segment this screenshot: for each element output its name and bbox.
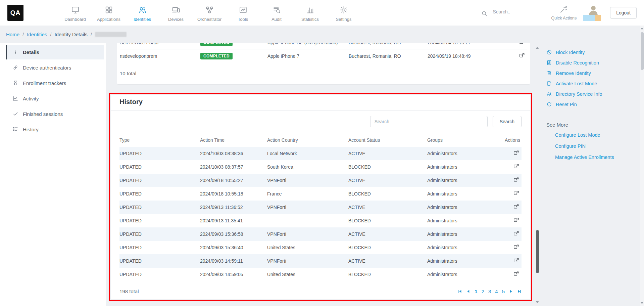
reset-pin-link[interactable]: Reset Pin bbox=[546, 101, 638, 107]
table-row: nsdeveloponprem COMPLETED Apple iPhone 7… bbox=[120, 49, 527, 63]
redacted-identity-name bbox=[95, 32, 127, 37]
table-row: UPDATED 2024/09/18 10:55:18 France BLOCK… bbox=[119, 187, 522, 201]
previous-page-button[interactable] bbox=[466, 289, 470, 294]
breadcrumb-home-link[interactable]: Home bbox=[6, 32, 19, 37]
block-identity-link[interactable]: Block Identity bbox=[546, 49, 638, 55]
scroll-up-arrow[interactable] bbox=[641, 28, 643, 30]
pagination-page[interactable]: 5 bbox=[502, 289, 505, 294]
session-location: Bucharest, Romania, RO bbox=[349, 53, 428, 59]
next-page-button[interactable] bbox=[509, 289, 513, 294]
nav-item-settings[interactable]: Settings bbox=[327, 4, 360, 22]
nav-item-audit[interactable]: Audit bbox=[260, 4, 293, 22]
row-action-button[interactable] bbox=[512, 243, 521, 252]
pagination-page[interactable]: 3 bbox=[488, 289, 491, 294]
nav-item-statistics[interactable]: Statistics bbox=[293, 4, 327, 22]
pagination-page[interactable]: 4 bbox=[495, 289, 498, 294]
history-status: BLOCKED bbox=[348, 218, 427, 223]
breadcrumb-separator: / bbox=[50, 32, 51, 37]
disable-recognition-link[interactable]: Disable Recognition bbox=[546, 60, 638, 65]
manage-active-enrollments-link[interactable]: Manage Active Enrollments bbox=[555, 155, 638, 160]
sidebar-item-details[interactable]: Details bbox=[6, 45, 104, 59]
history-search-button[interactable]: Search bbox=[493, 116, 522, 127]
history-table-header: Type Action Time Action Country Account … bbox=[119, 137, 522, 147]
nav-item-applications[interactable]: Applications bbox=[92, 4, 126, 22]
action-link-label: Block Identity bbox=[556, 50, 585, 55]
nav-item-identities[interactable]: Identities bbox=[126, 4, 159, 22]
table-row: UPDATED 2024/09/03 15:36:40 United State… bbox=[119, 241, 522, 254]
history-type: UPDATED bbox=[119, 191, 200, 196]
row-action-button[interactable] bbox=[512, 149, 521, 158]
last-page-button[interactable] bbox=[517, 289, 522, 294]
row-action-button[interactable] bbox=[512, 189, 521, 198]
row-action-button[interactable] bbox=[512, 203, 521, 212]
info-icon bbox=[12, 49, 18, 55]
activity-chart-icon bbox=[12, 95, 18, 101]
history-table-body: UPDATED 2024/10/03 08:38:36 Local Networ… bbox=[119, 147, 522, 281]
nav-item-tools[interactable]: Tools bbox=[226, 4, 260, 22]
app-logo[interactable]: QA bbox=[7, 5, 23, 21]
sidebar-item-device-authenticators[interactable]: Device authenticators bbox=[6, 60, 104, 75]
nav-label: Devices bbox=[168, 17, 184, 22]
block-icon bbox=[546, 49, 552, 55]
first-page-button[interactable] bbox=[458, 289, 462, 294]
audit-icon bbox=[273, 6, 281, 14]
row-action-button[interactable] bbox=[517, 43, 527, 47]
magic-wand-icon bbox=[560, 5, 568, 13]
nav-item-devices[interactable]: Devices bbox=[159, 4, 193, 22]
history-status: ACTIVE bbox=[348, 178, 427, 183]
row-action-button[interactable] bbox=[512, 176, 521, 185]
history-search-input[interactable] bbox=[370, 116, 488, 127]
configure-lost-mode-link[interactable]: Configure Lost Mode bbox=[555, 132, 638, 138]
row-action-button[interactable] bbox=[512, 216, 521, 225]
history-country: VPNForti bbox=[267, 231, 348, 237]
sidebar-item-enrollment-trackers[interactable]: Enrollment trackers bbox=[6, 76, 104, 90]
history-country: VPNForti bbox=[267, 205, 348, 210]
history-groups: Administrators bbox=[427, 245, 501, 250]
selection-highlight-orange bbox=[595, 15, 601, 21]
row-action-button[interactable] bbox=[512, 257, 521, 265]
row-action-button[interactable] bbox=[512, 163, 521, 171]
page-scrollbar bbox=[640, 26, 644, 306]
row-action-button[interactable] bbox=[517, 52, 527, 60]
sidebar-item-label: Enrollment trackers bbox=[23, 80, 66, 86]
see-more-label: See More bbox=[546, 122, 638, 128]
nav-label: Statistics bbox=[301, 17, 319, 22]
sidebar-item-history[interactable]: History bbox=[6, 122, 104, 137]
column-header-groups: Groups bbox=[427, 137, 501, 143]
directory-service-info-link[interactable]: Directory Service Info bbox=[546, 91, 638, 97]
configure-pin-link[interactable]: Configure PIN bbox=[555, 143, 638, 149]
activate-lost-mode-link[interactable]: Activate Lost Mode bbox=[546, 81, 638, 86]
header-right: Quick Actions Logout bbox=[481, 3, 637, 23]
history-groups: Administrators bbox=[427, 191, 501, 196]
row-action-button[interactable] bbox=[512, 270, 521, 279]
scroll-up-arrow[interactable] bbox=[536, 47, 539, 49]
history-type: UPDATED bbox=[119, 205, 200, 210]
statistics-icon bbox=[306, 6, 314, 14]
logout-button[interactable]: Logout bbox=[610, 7, 637, 18]
row-action-button[interactable] bbox=[512, 230, 521, 238]
page-scrollbar-thumb[interactable] bbox=[641, 32, 644, 70]
sidebar-item-finished-sessions[interactable]: Finished sessions bbox=[6, 106, 104, 121]
avatar-person-icon bbox=[587, 4, 599, 16]
quick-actions-button[interactable]: Quick Actions bbox=[551, 5, 577, 20]
nav-item-dashboard[interactable]: Dashboard bbox=[58, 4, 92, 22]
remove-identity-link[interactable]: Remove Identity bbox=[546, 70, 638, 76]
user-avatar[interactable] bbox=[586, 3, 601, 23]
top-search-input[interactable] bbox=[491, 8, 542, 17]
history-country: France bbox=[267, 191, 348, 196]
breadcrumb-identities-link[interactable]: Identities bbox=[27, 32, 47, 37]
nav-item-orchestrator[interactable]: Orchestrator bbox=[193, 4, 226, 22]
scroll-down-arrow[interactable] bbox=[641, 302, 643, 304]
nav-label: Orchestrator bbox=[197, 17, 221, 22]
pagination-page[interactable]: 2 bbox=[482, 289, 484, 294]
sessions-card: Self Service Portal COMPLETED Apple iPho… bbox=[117, 43, 530, 84]
sidebar-item-activity[interactable]: Activity bbox=[6, 91, 104, 106]
content-scrollbar-thumb[interactable] bbox=[536, 230, 539, 273]
scroll-down-arrow[interactable] bbox=[536, 301, 539, 303]
history-status: ACTIVE bbox=[348, 151, 427, 156]
history-header: History bbox=[111, 96, 530, 111]
link-icon bbox=[12, 64, 18, 71]
applications-icon bbox=[105, 6, 113, 14]
pagination-page[interactable]: 1 bbox=[475, 289, 477, 294]
nav-label: Settings bbox=[336, 17, 352, 22]
